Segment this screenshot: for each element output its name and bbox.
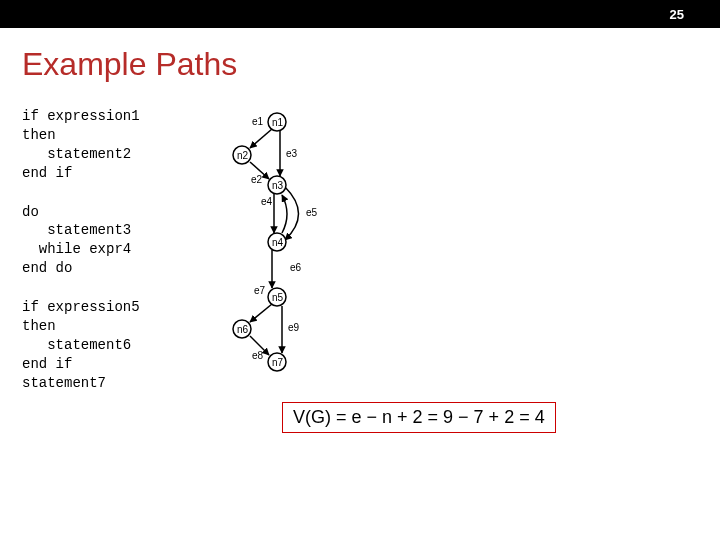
label-n2: n2 [237,150,248,161]
label-n5: n5 [272,292,283,303]
label-e9: e9 [288,322,299,333]
edge-e6 [282,195,287,233]
label-e6: e6 [290,262,301,273]
code-block-3: if expression5 then statement6 end if st… [22,298,212,392]
cyclomatic-formula: V(G) = e − n + 2 = 9 − 7 + 2 = 4 [282,402,556,433]
label-e1: e1 [252,116,263,127]
graph-column: n1 n2 n3 n4 n5 n6 n7 e1 e2 e3 e4 e5 e6 e… [212,107,682,467]
edge-e1 [250,129,272,148]
label-e4: e4 [261,196,272,207]
label-e2: e2 [251,174,262,185]
page-title: Example Paths [22,46,720,83]
label-n4: n4 [272,237,283,248]
slide-number: 25 [670,7,684,22]
label-e5: e5 [306,207,317,218]
code-block-2: do statement3 while expr4 end do [22,203,212,279]
label-n6: n6 [237,324,248,335]
code-column: if expression1 then statement2 end if do… [22,107,212,413]
label-e3: e3 [286,148,297,159]
content-row: if expression1 then statement2 end if do… [0,107,720,467]
label-e7: e7 [254,285,265,296]
edge-e9a [250,304,272,322]
slide-number-bar: 25 [0,0,720,28]
label-n7: n7 [272,357,283,368]
label-n1: n1 [272,117,283,128]
code-block-1: if expression1 then statement2 end if [22,107,212,183]
label-e8: e8 [252,350,263,361]
label-n3: n3 [272,180,283,191]
